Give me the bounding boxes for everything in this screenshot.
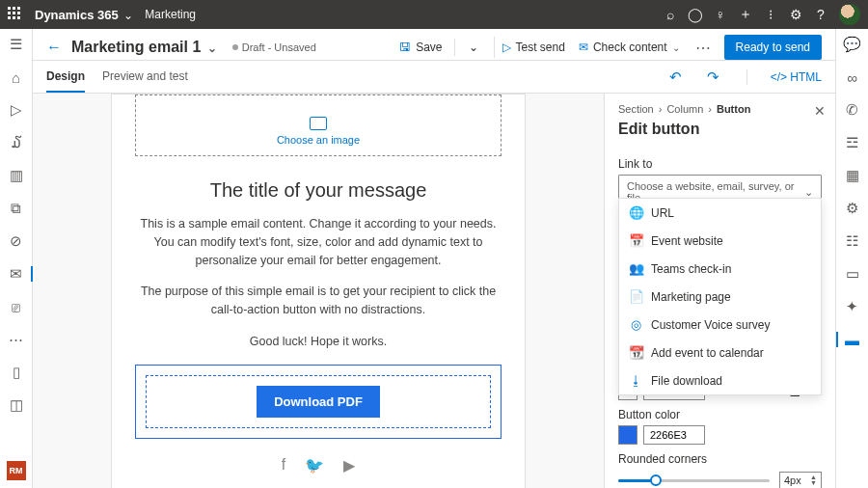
- crumb-column[interactable]: Column: [666, 103, 703, 115]
- test-send-button[interactable]: ▷Test send: [494, 37, 567, 58]
- message-body-1[interactable]: This is a sample email content. Change i…: [135, 215, 502, 269]
- button-color-input[interactable]: [643, 425, 705, 445]
- chevron-down-icon[interactable]: ⌄: [207, 41, 217, 55]
- rounded-corners-row: 4px ▲▼: [618, 472, 822, 488]
- close-panel-button[interactable]: ✕: [814, 103, 826, 119]
- message-body-3[interactable]: Good luck! Hope it works.: [135, 333, 502, 351]
- calendar-icon[interactable]: ⊘: [7, 231, 26, 251]
- ai-icon[interactable]: ✦: [843, 297, 862, 316]
- search-icon[interactable]: ⌕: [658, 7, 683, 22]
- analytics-icon[interactable]: ▥: [7, 166, 26, 185]
- sections-icon[interactable]: ☷: [843, 231, 862, 251]
- social-icons: f 🐦 ▶: [135, 456, 502, 474]
- link-to-label: Link to: [618, 157, 822, 171]
- image-placeholder-label: Choose an image: [277, 134, 360, 146]
- lightbulb-icon[interactable]: ♀: [708, 7, 733, 22]
- message-body-2[interactable]: The purpose of this simple email is to g…: [135, 283, 502, 319]
- check-content-button[interactable]: ✉Check content ⌄: [577, 37, 682, 58]
- redo-button[interactable]: ↷: [703, 68, 723, 86]
- app-launcher-icon[interactable]: [8, 7, 23, 22]
- calendar-add-icon: 📆: [629, 345, 642, 360]
- cta-button[interactable]: Download PDF: [257, 386, 380, 418]
- crumb-section[interactable]: Section: [618, 103, 654, 115]
- audience-icon[interactable]: ◫: [7, 395, 26, 415]
- crumb-button: Button: [717, 103, 750, 115]
- option-marketing-page[interactable]: 📄Marketing page: [619, 283, 821, 311]
- more-commands[interactable]: ⋯: [692, 39, 715, 57]
- button-section-selected[interactable]: Download PDF: [135, 365, 502, 439]
- rounded-corners-slider[interactable]: [618, 479, 770, 482]
- slider-thumb[interactable]: [650, 474, 662, 486]
- segment-icon[interactable]: ⧉: [7, 199, 26, 218]
- survey-icon: ◎: [629, 317, 642, 332]
- tab-bar: Design Preview and test ↶ ↷ </> HTML: [33, 61, 835, 94]
- add-icon[interactable]: ＋: [733, 6, 758, 23]
- ready-to-send-button[interactable]: Ready to send: [724, 35, 822, 60]
- option-add-calendar[interactable]: 📆Add event to calendar: [619, 339, 821, 366]
- html-toggle[interactable]: </> HTML: [771, 70, 822, 84]
- spin-down[interactable]: ▼: [810, 480, 817, 486]
- filter-icon[interactable]: ⁝: [758, 7, 783, 22]
- record-title[interactable]: Marketing email 1 ⌄: [71, 39, 217, 56]
- message-title[interactable]: The title of your message: [135, 179, 502, 202]
- left-nav-rail: ☰ ⌂ ▷ ໓ ▥ ⧉ ⊘ ✉ ⎚ ⋯ ▯ ◫ RM: [0, 29, 33, 488]
- button-color-label: Button color: [618, 408, 822, 421]
- facebook-icon[interactable]: f: [282, 456, 285, 474]
- global-top-bar: Dynamics 365 ⌄ Marketing ⌕ ◯ ♀ ＋ ⁝ ⚙ ?: [0, 0, 868, 29]
- back-button[interactable]: ←: [46, 39, 62, 56]
- chevron-down-icon: ⌄: [804, 186, 813, 199]
- command-bar: ← Marketing email 1 ⌄ Draft - Unsaved 🖫S…: [33, 29, 835, 61]
- youtube-icon[interactable]: ▶: [343, 456, 355, 474]
- settings-icon[interactable]: ⚙: [783, 7, 808, 22]
- panel-heading: Edit button: [618, 121, 822, 138]
- layout-icon[interactable]: ▭: [843, 264, 862, 284]
- option-event-website[interactable]: 📅Event website: [619, 227, 821, 255]
- email-canvas-scroll[interactable]: Choose an image The title of your messag…: [33, 94, 604, 488]
- phone-icon[interactable]: ✆: [843, 100, 862, 120]
- button-props-icon[interactable]: ▬: [843, 330, 862, 349]
- email-icon[interactable]: ✉: [7, 264, 26, 284]
- button-color-swatch[interactable]: [618, 425, 637, 445]
- home-icon[interactable]: ⌂: [7, 68, 26, 87]
- app-name: Marketing: [145, 8, 196, 21]
- settings-panel-icon[interactable]: ⚙: [843, 199, 862, 218]
- elements-icon[interactable]: ▦: [843, 166, 862, 185]
- save-dropdown[interactable]: ⌄: [465, 37, 482, 58]
- share-icon[interactable]: ∞: [843, 68, 862, 87]
- properties-panel: Section› Column› Button ✕ Edit button Li…: [604, 94, 835, 488]
- option-file-download[interactable]: ⭳File download: [619, 366, 821, 394]
- panel-breadcrumb: Section› Column› Button: [618, 103, 822, 115]
- help-icon[interactable]: ?: [808, 7, 833, 22]
- brand: Dynamics 365 ⌄: [35, 8, 133, 22]
- play-icon[interactable]: ▷: [7, 100, 26, 120]
- rounded-corners-label: Rounded corners: [618, 452, 822, 466]
- image-icon: [310, 117, 327, 130]
- main-area: ← Marketing email 1 ⌄ Draft - Unsaved 🖫S…: [33, 29, 835, 488]
- library-icon[interactable]: ▯: [7, 363, 26, 382]
- user-avatar[interactable]: [839, 4, 860, 25]
- task-icon[interactable]: ◯: [683, 7, 708, 22]
- event-icon: 📅: [629, 233, 642, 248]
- tasks-icon[interactable]: ☲: [843, 133, 862, 152]
- area-switcher[interactable]: RM: [7, 461, 26, 480]
- rounded-corners-spinner[interactable]: 4px ▲▼: [779, 472, 822, 488]
- image-placeholder[interactable]: Choose an image: [135, 95, 502, 156]
- rounded-value: 4px: [784, 474, 801, 486]
- undo-button[interactable]: ↶: [665, 68, 686, 86]
- option-url[interactable]: 🌐URL: [619, 199, 821, 227]
- download-icon: ⭳: [629, 373, 642, 388]
- option-teams-checkin[interactable]: 👥Teams check-in: [619, 255, 821, 283]
- tab-design[interactable]: Design: [46, 62, 85, 93]
- sms-icon[interactable]: ⋯: [7, 330, 26, 349]
- tab-preview[interactable]: Preview and test: [102, 62, 188, 93]
- twitter-icon[interactable]: 🐦: [305, 456, 324, 474]
- hamburger-icon[interactable]: ☰: [7, 35, 26, 54]
- save-button[interactable]: 🖫Save: [397, 37, 444, 58]
- globe-icon: 🌐: [629, 205, 642, 220]
- option-customer-voice[interactable]: ◎Customer Voice survey: [619, 311, 821, 339]
- journeys-icon[interactable]: ໓: [7, 133, 26, 152]
- chat-icon[interactable]: 💬: [843, 35, 862, 54]
- forms-icon[interactable]: ⎚: [7, 297, 26, 316]
- record-status: Draft - Unsaved: [232, 41, 316, 53]
- chevron-down-icon[interactable]: ⌄: [123, 9, 133, 22]
